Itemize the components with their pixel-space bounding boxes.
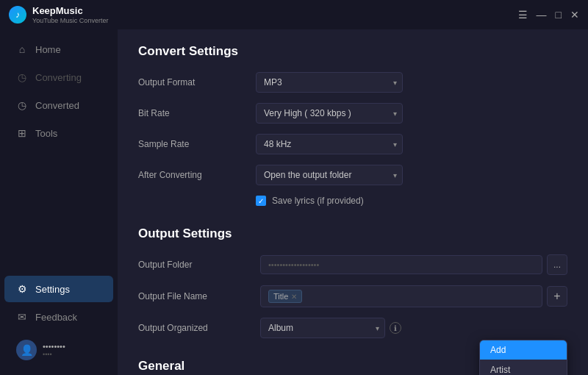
- output-organized-row: Output Organized AlbumNoneArtistPlaylist…: [138, 318, 567, 338]
- after-converting-select[interactable]: Open the output folder Do Nothing: [256, 165, 403, 185]
- title-tag: Title ✕: [268, 290, 302, 303]
- converted-icon: ◷: [16, 99, 28, 111]
- output-folder-browse-button[interactable]: ...: [547, 254, 567, 275]
- main-layout: ⌂ Home ◷ Converting ◷ Converted ⊞ Tools …: [0, 29, 588, 375]
- window-controls: ☰ — □ ✕: [518, 9, 579, 21]
- filename-add-button[interactable]: +: [547, 286, 567, 307]
- output-format-control: MP3AACFLACWAV ▾: [256, 72, 403, 93]
- bit-rate-row: Bit Rate Very High ( 320 kbps ) High ( 2…: [138, 103, 567, 124]
- after-converting-control: Open the output folder Do Nothing ▾: [256, 165, 403, 185]
- menu-button[interactable]: ☰: [518, 9, 528, 21]
- organized-dropdown-menu: Add Artist Album Playlist Index Year: [479, 340, 567, 375]
- output-format-label: Output Format: [138, 77, 256, 88]
- after-converting-label: After Converting: [138, 170, 256, 180]
- close-button[interactable]: ✕: [570, 9, 579, 21]
- sidebar-item-tools[interactable]: ⊞ Tools: [4, 120, 113, 146]
- sample-rate-control: 48 kHz44.1 kHz ▾: [256, 134, 403, 154]
- user-avatar: 👤: [16, 340, 37, 360]
- output-format-select[interactable]: MP3AACFLACWAV: [256, 72, 403, 93]
- output-organized-control: AlbumNoneArtistPlaylist IndexYear ▾: [260, 318, 385, 338]
- content-area: Convert Settings Output Format MP3AACFLA…: [118, 29, 588, 375]
- app-branding: ♪ KeepMusic YouTube Music Converter: [9, 5, 108, 24]
- output-filename-row: Output File Name Title ✕ +: [138, 285, 567, 307]
- output-filename-tag-input[interactable]: Title ✕: [260, 285, 542, 307]
- sidebar-item-settings[interactable]: ⚙ Settings: [4, 276, 113, 302]
- output-organized-select[interactable]: AlbumNoneArtistPlaylist IndexYear: [260, 318, 385, 338]
- title-tag-label: Title: [273, 292, 288, 301]
- output-folder-row: Output Folder •••••••••••••••••• ...: [138, 254, 567, 275]
- after-converting-row: After Converting Open the output folder …: [138, 165, 567, 185]
- output-format-row: Output Format MP3AACFLACWAV ▾: [138, 72, 567, 93]
- sidebar-item-feedback[interactable]: ✉ Feedback: [4, 304, 113, 330]
- user-sub: ••••: [43, 351, 65, 358]
- app-logo-char: ♪: [15, 10, 20, 20]
- user-profile[interactable]: 👤 •••••••• ••••: [4, 332, 113, 368]
- output-filename-label: Output File Name: [138, 291, 256, 301]
- sidebar-label-home: Home: [35, 44, 61, 55]
- save-lyrics-row: Save lyrics (if provided): [138, 196, 567, 206]
- sidebar-label-tools: Tools: [35, 128, 57, 139]
- app-logo: ♪: [9, 6, 26, 24]
- app-name: KeepMusic: [32, 5, 108, 17]
- convert-settings-title: Convert Settings: [138, 44, 567, 59]
- sidebar-spacer: [0, 147, 118, 275]
- maximize-button[interactable]: □: [556, 9, 562, 21]
- sample-rate-label: Sample Rate: [138, 139, 256, 149]
- output-organized-info-icon[interactable]: ℹ: [390, 322, 401, 334]
- user-info: •••••••• ••••: [43, 342, 65, 358]
- dropdown-add-header[interactable]: Add: [480, 340, 567, 360]
- app-name-block: KeepMusic YouTube Music Converter: [32, 5, 108, 24]
- sidebar-label-converting: Converting: [35, 72, 82, 83]
- sidebar-label-settings: Settings: [35, 284, 70, 295]
- output-folder-label: Output Folder: [138, 260, 256, 270]
- sidebar-item-converting: ◷ Converting: [4, 64, 113, 90]
- output-organized-label: Output Organized: [138, 323, 256, 333]
- minimize-button[interactable]: —: [537, 9, 547, 21]
- user-name: ••••••••: [43, 342, 65, 351]
- dropdown-item-artist[interactable]: Artist: [480, 360, 567, 375]
- sidebar-item-converted[interactable]: ◷ Converted: [4, 92, 113, 118]
- home-icon: ⌂: [16, 43, 28, 55]
- save-lyrics-label: Save lyrics (if provided): [272, 196, 364, 206]
- app-subtitle: YouTube Music Converter: [32, 17, 108, 24]
- save-lyrics-checkbox[interactable]: [256, 196, 266, 206]
- sidebar-label-feedback: Feedback: [35, 312, 77, 323]
- sample-rate-select[interactable]: 48 kHz44.1 kHz: [256, 134, 403, 154]
- bit-rate-control: Very High ( 320 kbps ) High ( 256 kbps )…: [256, 103, 403, 124]
- feedback-icon: ✉: [16, 311, 28, 323]
- output-settings-title: Output Settings: [138, 226, 567, 241]
- titlebar: ♪ KeepMusic YouTube Music Converter ☰ — …: [0, 0, 588, 29]
- output-folder-input[interactable]: ••••••••••••••••••: [260, 255, 542, 274]
- tools-icon: ⊞: [16, 127, 28, 139]
- sidebar-item-home[interactable]: ⌂ Home: [4, 36, 113, 63]
- title-tag-remove[interactable]: ✕: [291, 293, 297, 301]
- bit-rate-select[interactable]: Very High ( 320 kbps ) High ( 256 kbps )…: [256, 103, 403, 124]
- bit-rate-label: Bit Rate: [138, 108, 256, 118]
- settings-icon: ⚙: [16, 283, 28, 295]
- sidebar: ⌂ Home ◷ Converting ◷ Converted ⊞ Tools …: [0, 29, 118, 375]
- sample-rate-row: Sample Rate 48 kHz44.1 kHz ▾: [138, 134, 567, 154]
- converting-icon: ◷: [16, 71, 28, 83]
- sidebar-label-converted: Converted: [35, 100, 79, 111]
